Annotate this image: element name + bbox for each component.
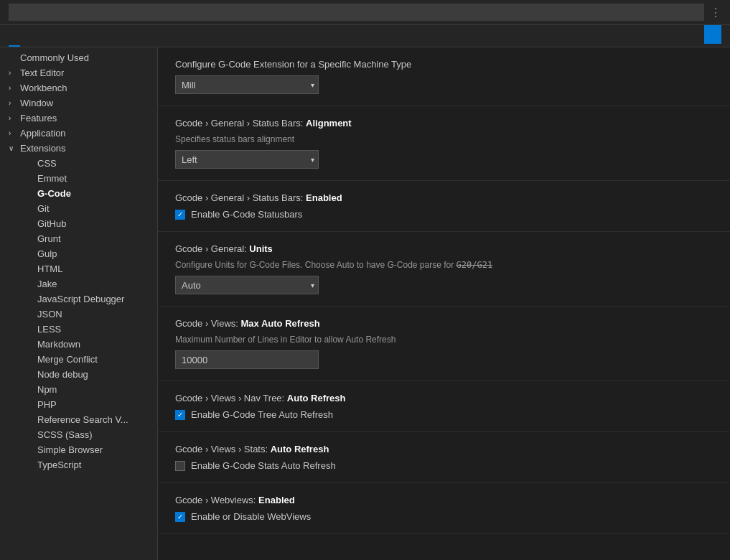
sidebar-item-g-code[interactable]: G-Code xyxy=(0,186,157,201)
section-title-bold: Enabled xyxy=(258,495,295,505)
arrow-icon: › xyxy=(9,69,17,77)
section-title: Gcode › Views › Nav Tree: Auto Refresh xyxy=(175,393,713,403)
checkbox-row[interactable]: Enable G-Code Stats Auto Refresh xyxy=(175,460,713,471)
sidebar-item-label: Jake xyxy=(37,279,57,289)
sidebar-item-workbench[interactable]: ›Workbench xyxy=(0,80,157,95)
sidebar-item-html[interactable]: HTML xyxy=(0,261,157,276)
tab-bar xyxy=(0,25,730,47)
sidebar-item-label: SCSS (Sass) xyxy=(37,429,93,440)
sidebar-item-features[interactable]: ›Features xyxy=(0,111,157,126)
sidebar-item-jake[interactable]: Jake xyxy=(0,276,157,291)
sidebar-item-extensions[interactable]: ∨Extensions xyxy=(0,141,157,156)
sidebar-item-scss-sass[interactable]: SCSS (Sass) xyxy=(0,427,157,442)
sidebar-item-label: Markdown xyxy=(37,339,80,350)
sidebar-item-label: Application xyxy=(20,128,66,139)
section-status-bars-alignment: Gcode › General › Status Bars: Alignment… xyxy=(158,106,730,181)
sidebar-item-merge-conflict[interactable]: Merge Conflict xyxy=(0,352,157,367)
sidebar-item-label: Text Editor xyxy=(20,67,64,78)
sidebar: Commonly Used›Text Editor›Workbench›Wind… xyxy=(0,47,158,560)
more-options-icon[interactable]: ⋮ xyxy=(710,6,721,19)
main-layout: Commonly Used›Text Editor›Workbench›Wind… xyxy=(0,47,730,560)
checkbox-label: Enable G-Code Stats Auto Refresh xyxy=(191,460,336,471)
dropdown-status-bars-alignment[interactable]: LeftRight xyxy=(175,150,319,169)
text-input-max-auto-refresh[interactable] xyxy=(175,350,319,369)
settings-header: ⋮ xyxy=(0,0,730,25)
sidebar-item-window[interactable]: ›Window xyxy=(0,95,157,111)
sidebar-item-label: Simple Browser xyxy=(37,444,103,455)
arrow-icon: › xyxy=(9,84,17,92)
section-webviews-enabled: Gcode › Webviews: EnabledEnable or Disab… xyxy=(158,483,730,534)
sidebar-item-text-editor[interactable]: ›Text Editor xyxy=(0,65,157,80)
dropdown-wrapper: AutoMetricImperial▾ xyxy=(175,276,319,294)
sidebar-item-github[interactable]: GitHub xyxy=(0,216,157,231)
section-max-auto-refresh: Gcode › Views: Max Auto RefreshMaximum N… xyxy=(158,307,730,381)
section-general-units: Gcode › General: UnitsConfigure Units fo… xyxy=(158,232,730,307)
sidebar-item-label: Workbench xyxy=(20,83,67,93)
sidebar-item-label: Git xyxy=(37,203,50,214)
sidebar-item-label: GitHub xyxy=(37,218,66,229)
checkbox-nav-tree-auto-refresh[interactable] xyxy=(175,410,185,420)
sidebar-item-label: LESS xyxy=(37,324,61,335)
sidebar-item-git[interactable]: Git xyxy=(0,201,157,216)
checkbox-webviews-enabled[interactable] xyxy=(175,512,185,522)
section-machine-type: Configure G-Code Extension for a Specifi… xyxy=(158,47,730,106)
code-span: G20/G21 xyxy=(457,260,493,270)
sidebar-item-json[interactable]: JSON xyxy=(0,307,157,322)
sync-button[interactable] xyxy=(704,25,721,44)
section-title-bold: Alignment xyxy=(306,118,352,129)
section-title: Gcode › General: Units xyxy=(175,243,713,254)
section-desc: Configure Units for G-Code Files. Choose… xyxy=(175,260,713,270)
checkbox-stats-auto-refresh[interactable] xyxy=(175,461,185,471)
section-stats-auto-refresh: Gcode › Views › Stats: Auto RefreshEnabl… xyxy=(158,432,730,483)
section-title-prefix: Gcode › General › Status Bars: xyxy=(175,192,306,203)
section-title-bold: Auto Refresh xyxy=(287,393,346,403)
sidebar-item-label: TypeScript xyxy=(37,459,81,470)
dropdown-machine-type[interactable]: MillLatheRouter xyxy=(175,75,319,94)
section-title-prefix: Configure G-Code Extension for a Specifi… xyxy=(175,59,411,70)
sidebar-item-markdown[interactable]: Markdown xyxy=(0,337,157,352)
section-desc: Maximum Number of Lines in Editor to all… xyxy=(175,335,713,345)
sidebar-item-label: Emmet xyxy=(37,173,67,184)
section-nav-tree-auto-refresh: Gcode › Views › Nav Tree: Auto RefreshEn… xyxy=(158,381,730,432)
sidebar-item-label: Node debug xyxy=(37,369,88,380)
sidebar-item-gulp[interactable]: Gulp xyxy=(0,246,157,261)
section-title-prefix: Gcode › General: xyxy=(175,243,249,254)
section-title-prefix: Gcode › Webviews: xyxy=(175,495,258,505)
checkbox-row[interactable]: Enable or Disable WebViews xyxy=(175,511,713,522)
sidebar-item-grunt[interactable]: Grunt xyxy=(0,231,157,246)
sidebar-item-npm[interactable]: Npm xyxy=(0,382,157,397)
section-title-prefix: Gcode › Views › Nav Tree: xyxy=(175,393,287,403)
section-title: Gcode › Views: Max Auto Refresh xyxy=(175,318,713,329)
sidebar-item-label: HTML xyxy=(37,263,62,274)
search-input[interactable] xyxy=(9,4,704,21)
checkbox-status-bars-enabled[interactable] xyxy=(175,210,185,220)
sidebar-item-node-debug[interactable]: Node debug xyxy=(0,367,157,382)
section-title-bold: Units xyxy=(249,243,273,254)
sidebar-item-css[interactable]: CSS xyxy=(0,156,157,171)
sidebar-item-javascript-debugger[interactable]: JavaScript Debugger xyxy=(0,291,157,307)
sidebar-item-reference-search[interactable]: Reference Search V... xyxy=(0,412,157,427)
arrow-icon: › xyxy=(9,99,17,107)
dropdown-general-units[interactable]: AutoMetricImperial xyxy=(175,276,319,294)
sidebar-item-php[interactable]: PHP xyxy=(0,397,157,412)
section-title-bold: Max Auto Refresh xyxy=(241,318,320,329)
section-title-bold: Auto Refresh xyxy=(271,444,329,454)
sidebar-item-label: Gulp xyxy=(37,248,57,259)
sidebar-item-less[interactable]: LESS xyxy=(0,322,157,337)
sidebar-item-label: Npm xyxy=(37,384,57,395)
section-title: Gcode › Webviews: Enabled xyxy=(175,495,713,505)
sidebar-item-simple-browser[interactable]: Simple Browser xyxy=(0,442,157,457)
checkbox-row[interactable]: Enable G-Code Statusbars xyxy=(175,209,713,220)
arrow-icon: ∨ xyxy=(9,144,17,152)
dropdown-wrapper: MillLatheRouter▾ xyxy=(175,75,319,94)
sidebar-item-label: JSON xyxy=(37,309,62,319)
sidebar-item-application[interactable]: ›Application xyxy=(0,126,157,141)
checkbox-label: Enable or Disable WebViews xyxy=(191,511,311,522)
tab-user[interactable] xyxy=(9,35,20,47)
section-title: Gcode › General › Status Bars: Alignment xyxy=(175,118,713,129)
sidebar-item-label: G-Code xyxy=(37,188,71,199)
sidebar-item-typescript[interactable]: TypeScript xyxy=(0,457,157,472)
sidebar-item-commonly-used[interactable]: Commonly Used xyxy=(0,50,157,65)
checkbox-row[interactable]: Enable G-Code Tree Auto Refresh xyxy=(175,409,713,420)
sidebar-item-emmet[interactable]: Emmet xyxy=(0,171,157,186)
